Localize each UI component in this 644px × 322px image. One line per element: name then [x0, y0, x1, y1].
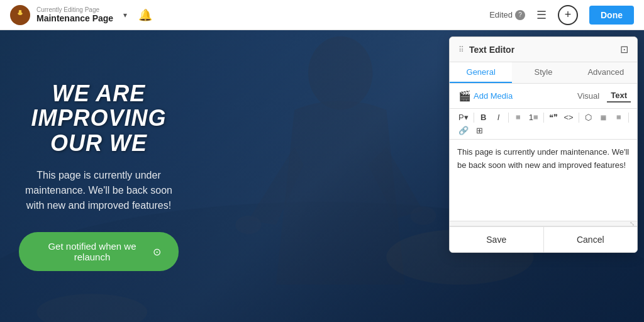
- site-logo: [10, 5, 30, 25]
- cancel-button[interactable]: Cancel: [544, 227, 638, 252]
- panel-title: Text Editor: [469, 45, 620, 55]
- resize-handle[interactable]: ⤡: [450, 221, 637, 226]
- page-name: Maintenance Page: [36, 13, 113, 23]
- code-button[interactable]: <>: [562, 111, 576, 123]
- clock-icon: ⊙: [153, 246, 161, 258]
- edited-help-icon[interactable]: ?: [515, 10, 525, 20]
- notify-button[interactable]: Get notified when we relaunch ⊙: [19, 232, 179, 271]
- format-divider-2: [508, 113, 509, 123]
- link-button[interactable]: 🔗: [456, 125, 471, 136]
- editor-toolbar: 🎬 Add Media Visual Text: [450, 84, 637, 109]
- hero-title: We Are Improving Our We: [19, 81, 179, 156]
- align-left-button[interactable]: ⬡: [582, 111, 596, 123]
- add-media-button[interactable]: 🎬 Add Media: [456, 89, 515, 103]
- text-editor-panel: ⠿ Text Editor ⊡ General Style Advanced 🎬…: [449, 36, 638, 253]
- format-divider-3: [543, 113, 544, 123]
- tab-advanced[interactable]: Advanced: [575, 62, 637, 83]
- hero-content: We Are Improving Our We This page is cur…: [0, 30, 197, 322]
- visual-mode-button[interactable]: Visual: [574, 90, 603, 102]
- editor-text: This page is currently under maintenance…: [457, 147, 629, 170]
- add-element-button[interactable]: +: [558, 5, 578, 25]
- align-right-button[interactable]: ≡: [612, 111, 626, 123]
- canvas-area: We Are Improving Our We This page is cur…: [0, 30, 644, 322]
- hero-subtitle: This page is currently under maintenance…: [19, 168, 179, 213]
- minimize-panel-icon[interactable]: ⊡: [620, 43, 628, 55]
- page-info: Currently Editing Page Maintenance Page: [36, 6, 113, 23]
- page-dropdown-chevron[interactable]: ▾: [123, 11, 127, 19]
- add-media-icon: 🎬: [458, 90, 471, 102]
- list-view-icon[interactable]: ☰: [536, 8, 547, 22]
- table-button[interactable]: ⊞: [472, 125, 486, 136]
- text-mode-button[interactable]: Text: [607, 89, 631, 103]
- editor-content-area[interactable]: This page is currently under maintenance…: [450, 140, 637, 221]
- align-center-button[interactable]: ≣: [597, 111, 611, 123]
- notifications-bell-icon[interactable]: 🔔: [138, 8, 152, 22]
- paragraph-dropdown[interactable]: P▾: [456, 111, 471, 123]
- format-divider-5: [628, 113, 629, 123]
- notify-button-label: Get notified when we relaunch: [36, 241, 148, 262]
- italic-button[interactable]: I: [492, 111, 506, 123]
- format-divider-4: [579, 113, 579, 123]
- ordered-list-button[interactable]: 1≡: [526, 111, 541, 123]
- format-divider-1: [474, 113, 474, 123]
- topbar: Currently Editing Page Maintenance Page …: [0, 0, 644, 30]
- add-media-label: Add Media: [474, 91, 513, 101]
- panel-tabs: General Style Advanced: [450, 62, 637, 84]
- blockquote-button[interactable]: ❝❞: [547, 111, 560, 123]
- svg-point-2: [21, 9, 24, 13]
- edited-status: Edited ?: [489, 10, 525, 20]
- page-label: Currently Editing Page: [36, 6, 113, 13]
- save-button[interactable]: Save: [450, 227, 544, 252]
- drag-handle-icon[interactable]: ⠿: [458, 45, 464, 54]
- tab-general[interactable]: General: [450, 62, 512, 83]
- format-bar: P▾ B I ≡ 1≡ ❝❞ <> ⬡ ≣ ≡ 🔗 ⊞: [450, 109, 637, 140]
- bold-button[interactable]: B: [477, 111, 491, 123]
- svg-point-1: [16, 9, 19, 13]
- done-button[interactable]: Done: [589, 6, 634, 25]
- tab-style[interactable]: Style: [512, 62, 574, 83]
- panel-header: ⠿ Text Editor ⊡: [450, 37, 637, 62]
- unordered-list-button[interactable]: ≡: [511, 111, 525, 123]
- panel-footer: Save Cancel: [450, 226, 637, 252]
